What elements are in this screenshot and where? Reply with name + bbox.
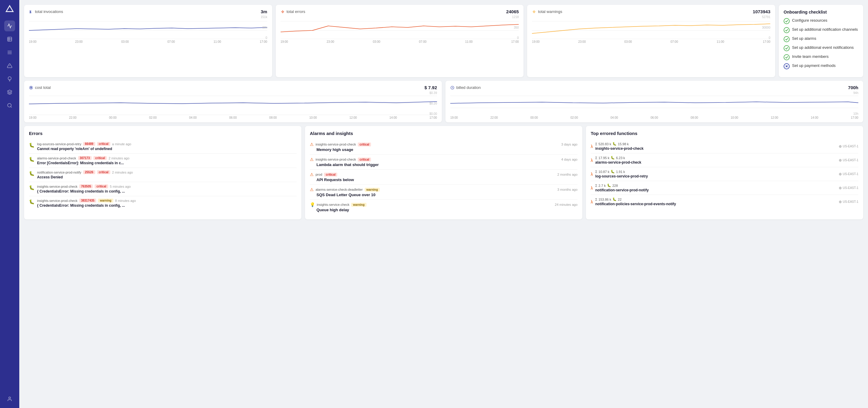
total-warnings-card: total warnings 1073943 52791 30000 0 xyxy=(527,5,775,77)
svg-point-25 xyxy=(533,11,535,12)
func-item-4[interactable]: λ Σ 2.7 k 🐛 228 notification-service-pro… xyxy=(591,181,858,195)
func-region-label-3: US-EAST-1 xyxy=(843,172,858,176)
error-item-1[interactable]: 🐛 log-sources-service-prod-retry 66489 c… xyxy=(29,139,297,154)
error-message-3: Access Denied xyxy=(37,175,133,179)
svg-rect-0 xyxy=(7,37,12,41)
alarms-panel-title: Alarms and insights xyxy=(310,131,578,136)
sidebar-item-alerts[interactable] xyxy=(4,60,15,71)
checklist-label-6: Set up payment methods xyxy=(792,63,836,68)
main-content: Σ total invocations 3m 151k 80k 0 xyxy=(19,0,868,408)
func-item-2[interactable]: λ Σ 17.95 k 🐛 6.23 k alarms-service-prod… xyxy=(591,153,858,167)
y-label-mid: 350 xyxy=(512,26,519,29)
check-done-icon xyxy=(784,27,789,33)
error-service-4: insights-service-prod-check xyxy=(37,185,78,188)
alarm-service-3: prod xyxy=(315,172,322,176)
billed-duration-chart: 94h 10h xyxy=(450,91,858,116)
alarm-item-2[interactable]: ⚠ insights-service-prod-check critical 4… xyxy=(310,155,578,170)
error-severity-3: critical xyxy=(97,170,110,174)
warning-icon xyxy=(532,10,536,14)
error-time-2: 2 minutes ago xyxy=(108,156,129,160)
alarm-service-2: insights-service-prod-check xyxy=(315,158,356,161)
alarm-item-4[interactable]: ⚠ alarms-service-check-deadletter warnin… xyxy=(310,185,578,200)
sidebar-item-activity[interactable] xyxy=(4,21,15,31)
error-service-3: notification-service-prod-notify xyxy=(37,170,82,174)
total-warnings-value: 1073943 xyxy=(753,9,770,14)
func-invocations-1: 520.83 k xyxy=(598,142,611,146)
errors-panel: Errors 🐛 log-sources-service-prod-retry … xyxy=(24,126,301,219)
dollar-icon: $ xyxy=(29,86,33,90)
func-bug-icon: 🐛 xyxy=(611,156,615,160)
error-item-2[interactable]: 🐛 alarms-service-prod-check 307173 criti… xyxy=(29,154,297,168)
y-label-low: 0 xyxy=(762,36,770,39)
svg-point-10 xyxy=(7,103,11,107)
func-sigma-icon: Σ xyxy=(595,184,597,187)
alarm-triangle-icon-3: ⚠ xyxy=(310,172,314,177)
bug-icon-4: 🐛 xyxy=(29,185,35,190)
lambda-icon-1: λ xyxy=(591,144,593,149)
cost-total-value: $ 7.92 xyxy=(424,85,437,90)
func-region-label-5: US-EAST-1 xyxy=(843,200,858,203)
onboarding-title: Onboarding checklist xyxy=(784,10,858,14)
svg-text:$: $ xyxy=(30,87,32,89)
checklist-item-5[interactable]: Invite team members xyxy=(784,54,858,60)
alarm-time-3: 2 months ago xyxy=(557,172,578,176)
sidebar-item-layers[interactable] xyxy=(4,87,15,98)
y-labels-invocations: 151k 80k 0 xyxy=(261,15,267,39)
error-item-4[interactable]: 🐛 insights-service-prod-check 763505 cri… xyxy=(29,182,297,196)
billed-title: billed duration xyxy=(450,85,481,90)
logo-icon[interactable] xyxy=(4,4,15,14)
checklist-item-3[interactable]: Set up alarms xyxy=(784,36,858,42)
x-labels-warnings: 19:00 23:00 03:00 07:00 11:00 17:00 xyxy=(532,40,770,43)
error-item-3[interactable]: 🐛 notification-service-prod-notify 25526… xyxy=(29,168,297,182)
alarm-item-3[interactable]: ⚠ prod critical 2 months ago API Request… xyxy=(310,170,578,185)
total-errors-label: total errors xyxy=(287,9,305,14)
checklist-item-4[interactable]: Set up additional event notifications xyxy=(784,45,858,51)
func-item-5[interactable]: λ Σ 153.86 k 🐛 22 notification-policies-… xyxy=(591,195,858,209)
error-time-5: 8 minutes ago xyxy=(115,199,136,202)
checklist-item-6[interactable]: Set up payment methods xyxy=(784,63,858,69)
func-errors-5: 22 xyxy=(618,198,621,201)
bug-icon-2: 🐛 xyxy=(29,157,35,162)
checklist-item-2[interactable]: Set up additional notification channels xyxy=(784,27,858,33)
sidebar-item-insights[interactable] xyxy=(4,73,15,84)
sidebar-item-list[interactable] xyxy=(4,47,15,58)
alarm-service-4: alarms-service-check-deadletter xyxy=(315,188,363,191)
func-item-1[interactable]: λ Σ 520.83 k 🐛 15.98 k insights-service-… xyxy=(591,139,858,153)
sidebar-item-table[interactable] xyxy=(4,34,15,44)
error-time-4: 5 minutes ago xyxy=(110,185,131,188)
alarm-item-5[interactable]: 💡 insights-service-check warning 24 minu… xyxy=(310,200,578,215)
alarm-severity-1: critical xyxy=(358,143,371,147)
func-sigma-icon: Σ xyxy=(595,156,597,160)
func-bug-icon: 🐛 xyxy=(613,142,617,146)
alarms-panel: Alarms and insights ⚠ insights-service-p… xyxy=(305,126,582,219)
total-warnings-chart: 52791 30000 0 xyxy=(532,15,770,39)
error-service-1: log-sources-service-prod-retry xyxy=(37,142,82,146)
alarm-lightbulb-icon-5: 💡 xyxy=(310,202,315,207)
error-item-5[interactable]: 🐛 insights-service-prod-check 38317435 w… xyxy=(29,196,297,210)
func-item-3[interactable]: λ Σ 10.87 k 🐛 1.91 k log-sources-service… xyxy=(591,167,858,181)
alarm-time-1: 3 days ago xyxy=(561,143,578,146)
checklist-label-3: Set up alarms xyxy=(792,36,816,41)
y-label-mid: 80k xyxy=(261,26,267,29)
billed-duration-value: 700h xyxy=(848,85,858,90)
func-region-4: US-EAST-1 xyxy=(839,186,858,190)
alarm-service-1: insights-service-prod-check xyxy=(315,143,356,146)
check-done-icon xyxy=(784,45,789,51)
func-bug-icon: 🐛 xyxy=(613,197,617,201)
alarm-severity-3: critical xyxy=(324,172,337,177)
sidebar-item-user[interactable] xyxy=(4,394,15,404)
checklist-item-1[interactable]: Configure resources xyxy=(784,18,858,24)
sidebar-item-search[interactable] xyxy=(4,100,15,111)
error-severity-4: critical xyxy=(95,184,108,188)
sidebar xyxy=(0,0,19,408)
y-label-high: 94h xyxy=(853,91,858,95)
func-region-1: US-EAST-1 xyxy=(839,145,858,148)
error-message-5: { CredentialsError: Missing credentials … xyxy=(37,203,136,208)
x-labels-errors: 19:00 23:00 03:00 07:00 11:00 17:00 xyxy=(281,40,519,43)
alarm-item-1[interactable]: ⚠ insights-service-prod-check critical 3… xyxy=(310,139,578,155)
metric-title: Σ total invocations xyxy=(29,9,63,14)
cost-header: $ cost total $ 7.92 xyxy=(29,85,437,90)
y-label-mid: $0.20 xyxy=(430,102,437,105)
total-invocations-card: Σ total invocations 3m 151k 80k 0 xyxy=(24,5,272,77)
check-done-icon xyxy=(784,36,789,42)
